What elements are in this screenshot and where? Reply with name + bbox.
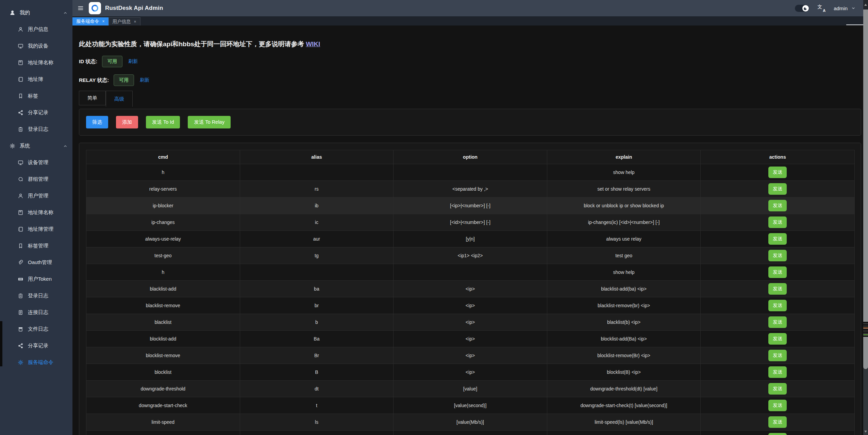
cell-explain: set or show relay servers — [547, 181, 701, 197]
relay-status-badge[interactable]: 可用 — [114, 74, 134, 86]
toolbar-button-2[interactable]: 发送 To Id — [146, 116, 180, 128]
sidebar-item-1-1[interactable]: 群组管理 — [0, 171, 72, 188]
app-title: RustDesk Api Admin — [105, 5, 163, 12]
menu-toggle-icon[interactable] — [77, 5, 84, 12]
sidebar-section-header-1[interactable]: 系统 — [0, 138, 72, 154]
sidebar-item-0-0[interactable]: 用户信息 — [0, 21, 72, 38]
send-button[interactable]: 发送 — [768, 233, 787, 245]
open-tab-0[interactable]: 服务端命令× — [72, 17, 108, 25]
send-button[interactable]: 发送 — [768, 266, 787, 278]
sidebar-item-0-3[interactable]: 地址簿 — [0, 71, 72, 88]
scrollbar-up-arrow[interactable] — [863, 0, 868, 10]
cell-option: [value] — [394, 381, 547, 397]
cell-option: <ip> — [394, 314, 547, 330]
share-icon — [18, 343, 23, 349]
relay-refresh-link[interactable]: 刷新 — [140, 77, 149, 83]
notebook-icon — [18, 226, 23, 232]
id-refresh-link[interactable]: 刷新 — [128, 58, 138, 65]
language-switch-icon[interactable]: 文A — [817, 5, 825, 12]
send-button[interactable]: 发送 — [768, 433, 787, 435]
sidebar: 我的用户信息我的设备地址簿名称地址簿标签分享记录登录日志系统设备管理群组管理用户… — [0, 0, 72, 435]
sidebar-item-0-6[interactable]: 登录日志 — [0, 121, 72, 138]
cell-alias: ic — [240, 214, 394, 230]
sidebar-item-0-4[interactable]: 标签 — [0, 88, 72, 104]
cell-actions: 发送 — [701, 197, 854, 214]
chevron-down-icon[interactable] — [851, 6, 856, 11]
scrollbar-down-arrow[interactable] — [863, 429, 868, 434]
scrollbar-thumb[interactable] — [863, 10, 868, 369]
table-row-blocklist: blocklistB<ip>blocklist(B) <ip>发送 — [86, 364, 854, 381]
user-filled-icon — [10, 10, 15, 16]
page-scrollbar[interactable] — [863, 0, 868, 435]
cell-explain: blacklist-remove(br) <ip> — [547, 297, 701, 314]
column-header: explain — [547, 150, 701, 164]
toolbar-button-0[interactable]: 筛选 — [86, 116, 108, 128]
sidebar-item-1-9[interactable]: 连接日志 — [0, 304, 72, 321]
sidebar-item-label: 地址簿管理 — [28, 226, 53, 232]
notebook-icon — [18, 76, 23, 82]
send-button[interactable]: 发送 — [768, 200, 787, 211]
wiki-link[interactable]: WIKI — [306, 40, 320, 48]
send-button[interactable]: 发送 — [768, 250, 787, 261]
cell-explain: ip-changes(ic) [<id>|<number>] [-] — [547, 214, 701, 230]
sidebar-item-1-5[interactable]: 标签管理 — [0, 238, 72, 254]
toolbar-button-3[interactable]: 发送 To Relay — [188, 116, 230, 128]
toolbar-button-1[interactable]: 添加 — [116, 116, 138, 128]
close-icon[interactable]: × — [102, 19, 105, 24]
scrollbar-marker — [863, 321, 868, 337]
cell-alias — [240, 264, 394, 280]
sidebar-item-1-11[interactable]: 分享记录 — [0, 337, 72, 354]
sidebar-item-1-8[interactable]: 登录日志 — [0, 288, 72, 304]
cell-actions: 发送 — [701, 281, 854, 297]
sidebar-item-0-1[interactable]: 我的设备 — [0, 38, 72, 54]
sidebar-item-1-3[interactable]: 地址簿名称 — [0, 204, 72, 221]
sidebar-item-label: 群组管理 — [28, 176, 48, 182]
send-button[interactable]: 发送 — [768, 300, 787, 311]
send-button[interactable]: 发送 — [768, 333, 787, 345]
user-menu[interactable]: admin — [834, 5, 848, 11]
cell-alias: t — [240, 397, 394, 414]
mode-tab-0[interactable]: 简单 — [79, 91, 106, 105]
sidebar-item-1-6[interactable]: Oauth管理 — [0, 254, 72, 271]
sidebar-section-header-0[interactable]: 我的 — [0, 4, 72, 21]
cell-explain: downgrade-threshold(dt) [value] — [547, 381, 701, 397]
close-icon[interactable]: × — [134, 19, 136, 24]
sidebar-item-1-0[interactable]: 设备管理 — [0, 154, 72, 171]
sidebar-item-1-7[interactable]: 用户Token — [0, 271, 72, 288]
cell-alias: tg — [240, 247, 394, 264]
sidebar-item-0-2[interactable]: 地址簿名称 — [0, 54, 72, 71]
table-row-test-geo: test-geotg<ip1> <ip2>test geo发送 — [86, 247, 854, 264]
sidebar-item-1-10[interactable]: 文件日志 — [0, 321, 72, 337]
app-window: 我的用户信息我的设备地址簿名称地址簿标签分享记录登录日志系统设备管理群组管理用户… — [0, 0, 868, 435]
send-button[interactable]: 发送 — [768, 316, 787, 328]
send-button[interactable]: 发送 — [768, 400, 787, 411]
cell-option: <ip> — [394, 297, 547, 314]
sidebar-item-label: 分享记录 — [28, 109, 48, 116]
sidebar-item-1-4[interactable]: 地址簿管理 — [0, 221, 72, 238]
share-icon — [18, 110, 23, 116]
cell-alias: rs — [240, 181, 394, 197]
send-button[interactable]: 发送 — [768, 216, 787, 228]
sidebar-item-0-5[interactable]: 分享记录 — [0, 104, 72, 121]
table-row-blocklist-add: blocklist-addBa<ip>blocklist-add(Ba) <ip… — [86, 331, 854, 347]
sidebar-item-1-2[interactable]: 用户管理 — [0, 188, 72, 204]
sidebar-item-label: 我的设备 — [28, 43, 48, 49]
cell-actions: 发送 — [701, 397, 854, 414]
cell-option: [value(Mb/s)] — [394, 414, 547, 430]
dark-mode-toggle[interactable] — [795, 5, 809, 12]
cell-explain: limit-speed(ls) [value(Mb/s)] — [547, 414, 701, 430]
id-status-badge[interactable]: 可用 — [102, 56, 122, 67]
doc-icon — [18, 310, 23, 315]
send-button[interactable]: 发送 — [768, 350, 787, 361]
open-tab-1[interactable]: 用户信息× — [108, 17, 140, 25]
send-button[interactable]: 发送 — [768, 416, 787, 428]
cell-cmd: total-bandwidth — [86, 431, 240, 435]
sidebar-item-1-12[interactable]: 服务端命令 — [0, 354, 72, 371]
send-button[interactable]: 发送 — [768, 383, 787, 395]
send-button[interactable]: 发送 — [768, 366, 787, 378]
send-button[interactable]: 发送 — [768, 283, 787, 295]
send-button[interactable]: 发送 — [768, 167, 787, 178]
relay-status-label: RELAY 状态: — [79, 77, 109, 84]
mode-tab-1[interactable]: 高级 — [106, 91, 133, 107]
send-button[interactable]: 发送 — [768, 183, 787, 195]
